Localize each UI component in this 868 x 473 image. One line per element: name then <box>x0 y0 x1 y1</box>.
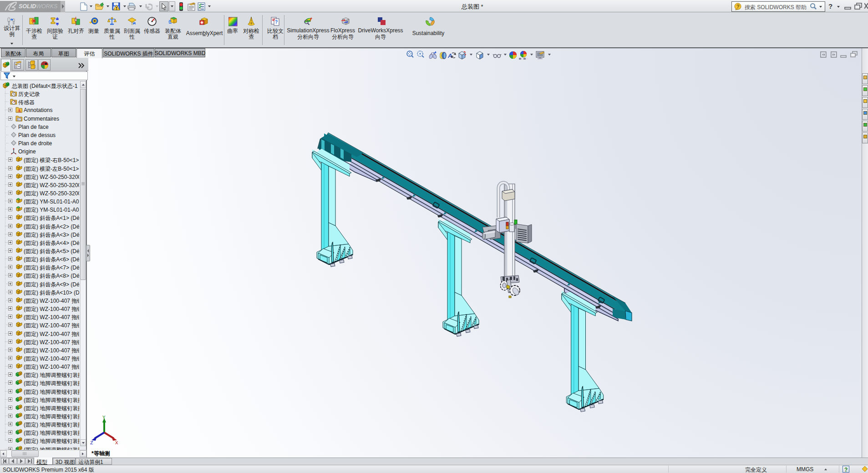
svg-text:Y: Y <box>102 415 106 420</box>
svg-text:A: A <box>18 108 21 113</box>
svg-text:Z: Z <box>90 440 93 445</box>
svg-text:SOLIDWORKS: SOLIDWORKS <box>19 3 58 10</box>
svg-text:?: ? <box>736 4 740 9</box>
svg-text:X: X <box>115 440 118 445</box>
svg-text:?: ? <box>275 20 278 25</box>
